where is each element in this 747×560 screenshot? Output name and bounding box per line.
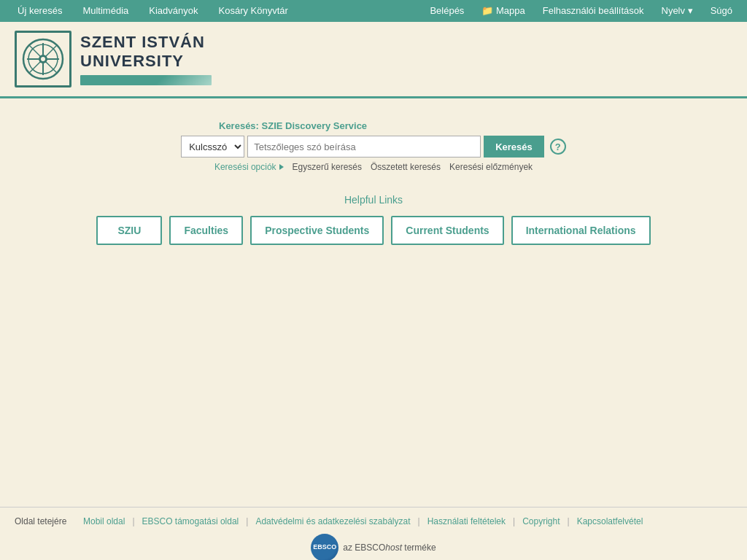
nav-publications[interactable]: Kiadványok	[139, 0, 208, 22]
logo-text: SZENT ISTVÁN UNIVERSITY	[80, 33, 212, 86]
back-to-top-link[interactable]: Oldal tetejére	[15, 516, 66, 526]
nav-library[interactable]: Kosáry Könyvtár	[209, 0, 298, 22]
service-name-link[interactable]: SZIE Discovery Service	[262, 120, 368, 131]
search-area: Keresés: SZIE Discovery Service Kulcsszó…	[15, 120, 732, 172]
page-footer: Oldal tetejére Mobil oldal | EBSCO támog…	[0, 507, 747, 560]
help-link[interactable]: Súgó	[703, 0, 740, 22]
svg-point-7	[41, 57, 45, 61]
search-options-link[interactable]: Keresési opciók	[214, 162, 284, 172]
top-nav-left: Új keresés Multimédia Kiadványok Kosáry …	[7, 0, 298, 22]
helpful-links-section: Helpful Links SZIU Faculties Prospective…	[15, 194, 732, 245]
sep2: |	[246, 516, 248, 526]
contact-link[interactable]: Kapcsolatfelvétel	[577, 516, 643, 526]
helpful-links-buttons: SZIU Faculties Prospective Students Curr…	[96, 216, 650, 245]
search-label: Keresés: SZIE Discovery Service	[219, 120, 367, 131]
emblem-svg	[21, 37, 65, 81]
options-arrow-icon	[279, 164, 284, 170]
support-link[interactable]: EBSCO támogatási oldal	[142, 516, 239, 526]
nav-multimedia[interactable]: Multimédia	[72, 0, 139, 22]
logo-area: SZENT ISTVÁN UNIVERSITY	[15, 31, 212, 88]
search-help-icon[interactable]: ?	[550, 139, 566, 155]
international-relations-button[interactable]: International Relations	[511, 216, 651, 245]
sep1: |	[132, 516, 134, 526]
search-type-select[interactable]: KulcsszóCímSzerzőTéma	[181, 136, 244, 158]
page-header: SZENT ISTVÁN UNIVERSITY	[0, 22, 747, 98]
university-name-line1: SZENT ISTVÁN	[80, 33, 212, 52]
folder-link[interactable]: 📁 Mappa	[474, 0, 532, 22]
privacy-link[interactable]: Adatvédelmi és adatkezelési szabályzat	[255, 516, 410, 526]
search-input[interactable]	[247, 136, 481, 158]
tab-search-history[interactable]: Keresési előzmények	[449, 162, 533, 172]
main-content: Keresés: SZIE Discovery Service Kulcsszó…	[0, 98, 747, 478]
sep4: |	[513, 516, 515, 526]
nav-new-search[interactable]: Új keresés	[7, 0, 72, 22]
mobile-link[interactable]: Mobil oldal	[83, 516, 125, 526]
footer-top: Oldal tetejére Mobil oldal | EBSCO támog…	[15, 516, 732, 526]
sep3: |	[418, 516, 420, 526]
ebsco-logo: EBSCO	[311, 534, 338, 560]
helpful-links-title: Helpful Links	[344, 194, 403, 206]
login-link[interactable]: Belépés	[422, 0, 471, 22]
search-options-row: Keresési opciók Egyszerű keresés Összete…	[214, 162, 533, 172]
copyright-link[interactable]: Copyright	[522, 516, 560, 526]
search-button[interactable]: Keresés	[484, 136, 544, 158]
user-settings-link[interactable]: Felhasználói beállítások	[535, 0, 651, 22]
tab-simple-search[interactable]: Egyszerű keresés	[293, 162, 362, 172]
university-name-line2: UNIVERSITY	[80, 52, 212, 71]
footer-links: Mobil oldal | EBSCO támogatási oldal | A…	[83, 516, 643, 526]
sziu-button[interactable]: SZIU	[96, 216, 162, 245]
search-row: KulcsszóCímSzerzőTéma Keresés ?	[181, 136, 566, 158]
sep5: |	[568, 516, 570, 526]
tab-advanced-search[interactable]: Összetett keresés	[371, 162, 441, 172]
prospective-students-button[interactable]: Prospective Students	[250, 216, 384, 245]
search-label-text: Keresés:	[219, 120, 259, 131]
top-nav-right: Belépés 📁 Mappa Felhasználói beállítások…	[422, 0, 740, 22]
current-students-button[interactable]: Current Students	[391, 216, 503, 245]
footer-ebsco: EBSCO az EBSCOhost terméke	[15, 534, 732, 560]
ebsco-product-text: az EBSCOhost terméke	[343, 542, 436, 553]
university-emblem	[15, 31, 71, 88]
top-navigation: Új keresés Multimédia Kiadványok Kosáry …	[0, 0, 747, 22]
faculties-button[interactable]: Faculties	[169, 216, 243, 245]
language-dropdown[interactable]: Nyelv ▾	[654, 0, 700, 22]
terms-link[interactable]: Használati feltételek	[427, 516, 506, 526]
logo-ribbon	[80, 75, 212, 85]
